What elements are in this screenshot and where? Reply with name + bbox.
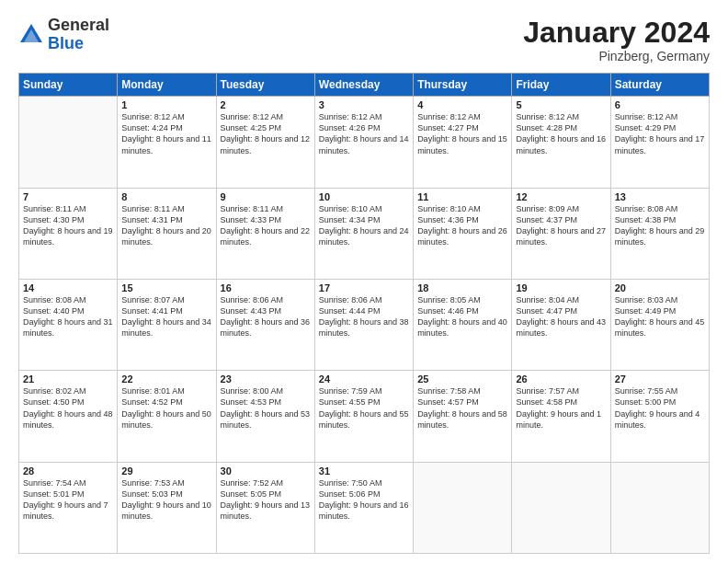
- day-cell: 26 Sunrise: 7:57 AMSunset: 4:58 PMDaylig…: [512, 371, 610, 462]
- day-info: Sunrise: 8:08 AMSunset: 4:40 PMDaylight:…: [23, 295, 113, 338]
- day-number: 29: [121, 465, 211, 477]
- day-info: Sunrise: 7:55 AMSunset: 5:00 PMDaylight:…: [615, 386, 700, 429]
- page: General Blue January 2024 Pinzberg, Germ…: [0, 0, 728, 563]
- day-number: 20: [615, 282, 705, 293]
- day-info: Sunrise: 8:11 AMSunset: 4:33 PMDaylight:…: [221, 204, 311, 247]
- calendar-title: January 2024: [523, 17, 710, 49]
- day-info: Sunrise: 7:53 AMSunset: 5:03 PMDaylight:…: [121, 478, 211, 521]
- day-info: Sunrise: 7:59 AMSunset: 4:55 PMDaylight:…: [319, 386, 409, 429]
- day-number: 21: [23, 373, 113, 385]
- day-number: 9: [221, 191, 311, 202]
- day-info: Sunrise: 8:00 AMSunset: 4:53 PMDaylight:…: [221, 386, 311, 429]
- day-info: Sunrise: 8:08 AMSunset: 4:38 PMDaylight:…: [615, 204, 705, 247]
- day-info: Sunrise: 7:52 AMSunset: 5:05 PMDaylight:…: [221, 478, 311, 521]
- day-cell: 9 Sunrise: 8:11 AMSunset: 4:33 PMDayligh…: [216, 188, 314, 279]
- logo-blue: Blue: [48, 34, 84, 52]
- day-cell: 23 Sunrise: 8:00 AMSunset: 4:53 PMDaylig…: [216, 371, 314, 462]
- day-number: 25: [417, 373, 507, 385]
- day-number: 12: [516, 191, 606, 202]
- logo: General Blue: [18, 17, 109, 53]
- week-row-2: 7 Sunrise: 8:11 AMSunset: 4:30 PMDayligh…: [19, 188, 710, 279]
- day-number: 15: [121, 282, 211, 293]
- day-info: Sunrise: 7:58 AMSunset: 4:57 PMDaylight:…: [417, 386, 507, 429]
- day-number: 19: [516, 282, 606, 293]
- day-cell: 1 Sunrise: 8:12 AMSunset: 4:24 PMDayligh…: [118, 97, 216, 188]
- day-number: 1: [121, 99, 211, 110]
- day-number: 16: [221, 282, 311, 293]
- day-number: 2: [221, 99, 311, 110]
- day-cell: 22 Sunrise: 8:01 AMSunset: 4:52 PMDaylig…: [118, 371, 216, 462]
- calendar-table: SundayMondayTuesdayWednesdayThursdayFrid…: [18, 73, 710, 554]
- day-number: 28: [23, 465, 113, 477]
- day-cell: 27 Sunrise: 7:55 AMSunset: 5:00 PMDaylig…: [610, 371, 709, 462]
- day-info: Sunrise: 8:04 AMSunset: 4:47 PMDaylight:…: [516, 295, 606, 338]
- day-info: Sunrise: 7:57 AMSunset: 4:58 PMDaylight:…: [516, 386, 601, 429]
- day-cell: 6 Sunrise: 8:12 AMSunset: 4:29 PMDayligh…: [610, 97, 709, 188]
- day-cell: 19 Sunrise: 8:04 AMSunset: 4:47 PMDaylig…: [512, 279, 610, 370]
- day-cell: 2 Sunrise: 8:12 AMSunset: 4:25 PMDayligh…: [216, 97, 314, 188]
- day-number: 7: [23, 191, 113, 202]
- day-number: 22: [121, 373, 211, 385]
- day-cell: 7 Sunrise: 8:11 AMSunset: 4:30 PMDayligh…: [19, 188, 118, 279]
- day-cell: 31 Sunrise: 7:50 AMSunset: 5:06 PMDaylig…: [314, 462, 413, 553]
- day-info: Sunrise: 8:11 AMSunset: 4:31 PMDaylight:…: [121, 204, 211, 247]
- logo-text: General Blue: [48, 17, 109, 53]
- col-header-sunday: Sunday: [19, 74, 118, 97]
- day-info: Sunrise: 8:12 AMSunset: 4:29 PMDaylight:…: [615, 112, 705, 155]
- col-header-wednesday: Wednesday: [314, 74, 413, 97]
- day-cell: 21 Sunrise: 8:02 AMSunset: 4:50 PMDaylig…: [19, 371, 118, 462]
- day-number: 13: [615, 191, 705, 202]
- col-header-monday: Monday: [118, 74, 216, 97]
- day-number: 27: [615, 373, 705, 385]
- day-info: Sunrise: 8:10 AMSunset: 4:36 PMDaylight:…: [417, 204, 507, 247]
- day-cell: 10 Sunrise: 8:10 AMSunset: 4:34 PMDaylig…: [314, 188, 413, 279]
- logo-general: General: [48, 16, 109, 34]
- day-info: Sunrise: 8:12 AMSunset: 4:28 PMDaylight:…: [516, 112, 606, 155]
- day-cell: 25 Sunrise: 7:58 AMSunset: 4:57 PMDaylig…: [414, 371, 512, 462]
- day-number: 11: [417, 191, 507, 202]
- day-number: 8: [121, 191, 211, 202]
- day-info: Sunrise: 8:07 AMSunset: 4:41 PMDaylight:…: [121, 295, 211, 338]
- week-row-3: 14 Sunrise: 8:08 AMSunset: 4:40 PMDaylig…: [19, 279, 710, 370]
- day-number: 5: [516, 99, 606, 110]
- day-cell: 24 Sunrise: 7:59 AMSunset: 4:55 PMDaylig…: [314, 371, 413, 462]
- day-number: 23: [221, 373, 311, 385]
- week-row-4: 21 Sunrise: 8:02 AMSunset: 4:50 PMDaylig…: [19, 371, 710, 462]
- day-info: Sunrise: 8:12 AMSunset: 4:24 PMDaylight:…: [121, 112, 211, 155]
- day-info: Sunrise: 8:06 AMSunset: 4:43 PMDaylight:…: [221, 295, 311, 338]
- title-block: January 2024 Pinzberg, Germany: [523, 17, 710, 63]
- logo-icon: [18, 22, 44, 48]
- day-cell: 14 Sunrise: 8:08 AMSunset: 4:40 PMDaylig…: [19, 279, 118, 370]
- day-number: 17: [319, 282, 409, 293]
- day-number: 14: [23, 282, 113, 293]
- day-info: Sunrise: 8:05 AMSunset: 4:46 PMDaylight:…: [417, 295, 507, 338]
- day-cell: 18 Sunrise: 8:05 AMSunset: 4:46 PMDaylig…: [414, 279, 512, 370]
- day-cell: [512, 462, 610, 553]
- day-info: Sunrise: 8:02 AMSunset: 4:50 PMDaylight:…: [23, 386, 113, 429]
- day-cell: [610, 462, 709, 553]
- day-number: 4: [417, 99, 507, 110]
- day-info: Sunrise: 8:12 AMSunset: 4:27 PMDaylight:…: [417, 112, 507, 155]
- day-info: Sunrise: 8:09 AMSunset: 4:37 PMDaylight:…: [516, 204, 606, 247]
- day-cell: 20 Sunrise: 8:03 AMSunset: 4:49 PMDaylig…: [610, 279, 709, 370]
- col-header-friday: Friday: [512, 74, 610, 97]
- day-info: Sunrise: 7:54 AMSunset: 5:01 PMDaylight:…: [23, 478, 108, 521]
- day-number: 31: [319, 465, 409, 477]
- day-number: 18: [417, 282, 507, 293]
- day-info: Sunrise: 8:12 AMSunset: 4:26 PMDaylight:…: [319, 112, 409, 155]
- header: General Blue January 2024 Pinzberg, Germ…: [18, 17, 710, 63]
- day-cell: 11 Sunrise: 8:10 AMSunset: 4:36 PMDaylig…: [414, 188, 512, 279]
- day-cell: 3 Sunrise: 8:12 AMSunset: 4:26 PMDayligh…: [314, 97, 413, 188]
- day-cell: 29 Sunrise: 7:53 AMSunset: 5:03 PMDaylig…: [118, 462, 216, 553]
- day-cell: 30 Sunrise: 7:52 AMSunset: 5:05 PMDaylig…: [216, 462, 314, 553]
- day-number: 6: [615, 99, 705, 110]
- day-cell: 12 Sunrise: 8:09 AMSunset: 4:37 PMDaylig…: [512, 188, 610, 279]
- day-cell: 16 Sunrise: 8:06 AMSunset: 4:43 PMDaylig…: [216, 279, 314, 370]
- day-cell: 5 Sunrise: 8:12 AMSunset: 4:28 PMDayligh…: [512, 97, 610, 188]
- day-cell: 4 Sunrise: 8:12 AMSunset: 4:27 PMDayligh…: [414, 97, 512, 188]
- day-cell: 17 Sunrise: 8:06 AMSunset: 4:44 PMDaylig…: [314, 279, 413, 370]
- col-header-thursday: Thursday: [414, 74, 512, 97]
- day-info: Sunrise: 8:01 AMSunset: 4:52 PMDaylight:…: [121, 386, 211, 429]
- day-info: Sunrise: 8:06 AMSunset: 4:44 PMDaylight:…: [319, 295, 409, 338]
- day-number: 24: [319, 373, 409, 385]
